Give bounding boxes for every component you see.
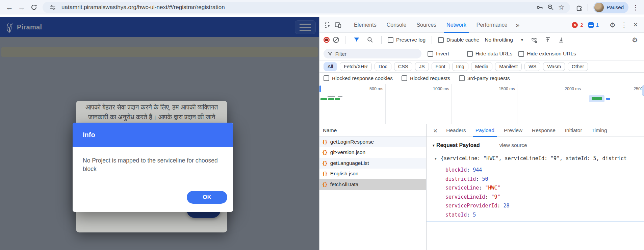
request-name: getLanguageList [330, 160, 369, 166]
tune-icon[interactable] [47, 2, 58, 13]
tab-payload[interactable]: Payload [471, 124, 499, 137]
throttling-select[interactable]: No throttling ▼ [483, 37, 525, 43]
chip-media[interactable]: Media [471, 62, 493, 71]
inspect-element-icon[interactable] [323, 20, 333, 30]
hide-data-urls-control[interactable]: Hide data URLs [467, 51, 512, 57]
chip-all[interactable]: All [324, 62, 337, 71]
chip-ws[interactable]: WS [524, 62, 540, 71]
payload-bottom-separator [427, 221, 644, 222]
import-har-icon[interactable] [543, 35, 553, 45]
ok-button[interactable]: OK [187, 191, 227, 204]
close-detail-icon[interactable]: × [433, 127, 437, 134]
chip-js[interactable]: JS [415, 62, 429, 71]
tab-headers[interactable]: Headers [441, 124, 471, 137]
tab-sources[interactable]: Sources [411, 17, 441, 33]
issues-badge-icon[interactable] [588, 22, 594, 28]
collapse-triangle-icon[interactable]: ▼ [434, 157, 437, 160]
request-row[interactable]: {} git-version.json [319, 147, 426, 158]
hide-extension-urls-control[interactable]: Hide extension URLs [518, 51, 576, 57]
filter-input[interactable] [335, 51, 417, 57]
device-toolbar-icon[interactable] [333, 20, 343, 30]
hide-extension-urls-checkbox[interactable] [518, 51, 524, 57]
request-row[interactable]: {} getLoginResponse [319, 136, 426, 147]
preserve-log-checkbox[interactable] [388, 37, 393, 43]
property-key: blockId [445, 167, 467, 173]
tab-timing[interactable]: Timing [587, 124, 612, 137]
more-tabs-icon[interactable]: » [512, 21, 523, 29]
tab-preview[interactable]: Preview [499, 124, 527, 137]
tab-response[interactable]: Response [527, 124, 560, 137]
chip-manifest[interactable]: Manifest [495, 62, 522, 71]
bookmark-star-icon[interactable]: ☆ [556, 2, 567, 13]
timeline-label-500: 500 ms [319, 86, 383, 91]
url-bar[interactable]: uatamrit.piramalswasthya.org/hwc-ui-next… [43, 2, 570, 13]
zoom-out-icon[interactable] [545, 2, 556, 13]
devtools-menu-icon[interactable]: ⋮ [619, 20, 629, 30]
disable-cache-control[interactable]: Disable cache [438, 37, 479, 43]
chip-other[interactable]: Other [568, 62, 588, 71]
filter-funnel-icon[interactable] [352, 35, 362, 45]
record-icon[interactable] [324, 37, 330, 43]
request-row[interactable]: {} English.json [319, 169, 426, 179]
blocked-requests-control[interactable]: Blocked requests [402, 75, 450, 81]
blocked-response-cookies-checkbox[interactable] [324, 75, 329, 81]
tab-network[interactable]: Network [441, 17, 471, 33]
blocked-requests-checkbox[interactable] [402, 75, 407, 81]
timeline-right-handle[interactable] [642, 85, 644, 96]
back-icon[interactable]: ← [3, 1, 16, 14]
toolbar-bottom-strip [0, 15, 644, 17]
chip-img[interactable]: Img [452, 62, 468, 71]
request-list-header[interactable]: Name [319, 124, 426, 136]
timeline-left-handle[interactable] [319, 85, 321, 92]
network-settings-icon[interactable]: ⚙ [630, 35, 640, 45]
tab-console[interactable]: Console [382, 17, 412, 33]
property-key: serviceProviderId [445, 203, 497, 209]
request-row[interactable]: {} getLanguageList [319, 158, 426, 169]
forward-icon[interactable]: → [16, 1, 28, 14]
preserve-log-control[interactable]: Preserve log [388, 37, 426, 43]
timeline-label-2000: 2000 ms [517, 86, 581, 91]
chip-font[interactable]: Font [432, 62, 449, 71]
request-detail-pane: × Headers Payload Preview Response Initi… [427, 124, 644, 250]
browser-toolbar: ← → uatamrit.piramalswasthya.org/hwc-ui-… [0, 0, 644, 15]
network-conditions-icon[interactable] [529, 35, 539, 45]
error-badge-icon[interactable]: × [572, 22, 578, 28]
brand-logo[interactable]: Piramal [5, 21, 42, 33]
devtools-close-icon[interactable]: × [630, 20, 641, 30]
password-key-icon[interactable] [534, 2, 545, 13]
disable-cache-checkbox[interactable] [438, 37, 444, 43]
search-icon[interactable] [365, 35, 375, 45]
third-party-requests-control[interactable]: 3rd-party requests [459, 75, 510, 81]
detail-tabbar: × Headers Payload Preview Response Initi… [427, 124, 644, 137]
invert-control[interactable]: Invert [428, 51, 449, 57]
devtools-settings-icon[interactable]: ⚙ [608, 20, 618, 30]
hamburger-menu-button[interactable] [295, 20, 316, 34]
hide-extension-urls-label: Hide extension URLs [527, 51, 576, 57]
payload-view: ▼ Request Payload view source ▼ {service… [427, 137, 644, 222]
third-party-requests-checkbox[interactable] [459, 75, 465, 81]
tab-elements[interactable]: Elements [349, 17, 382, 33]
filter-input-wrap[interactable] [324, 49, 421, 58]
chip-fetch-xhr[interactable]: Fetch/XHR [340, 62, 372, 71]
chip-wasm[interactable]: Wasm [543, 62, 565, 71]
browser-menu-icon[interactable]: ⋮ [630, 3, 641, 11]
tab-performance[interactable]: Performance [471, 17, 513, 33]
collapse-triangle-icon[interactable]: ▼ [432, 144, 435, 147]
view-source-link[interactable]: view source [499, 142, 527, 148]
chip-doc[interactable]: Doc [375, 62, 391, 71]
tab-initiator[interactable]: Initiator [560, 124, 587, 137]
extensions-puzzle-icon[interactable] [574, 2, 584, 12]
timeline-label-1500: 1500 ms [451, 86, 515, 91]
invert-checkbox[interactable] [428, 51, 433, 57]
clear-icon[interactable] [333, 37, 339, 43]
profile-chip[interactable]: Paused [593, 2, 628, 13]
hide-data-urls-checkbox[interactable] [467, 51, 473, 57]
blocked-response-cookies-control[interactable]: Blocked response cookies [324, 75, 393, 81]
request-row-selected[interactable]: {} fetchAllData [319, 179, 426, 190]
request-name: git-version.json [330, 149, 365, 155]
network-overview-timeline[interactable]: 500 ms 1000 ms 1500 ms 2000 ms 2500 [319, 84, 644, 124]
payload-preview-line: {serviceLine: "HWC", serviceLineId: "9",… [441, 155, 627, 161]
reload-icon[interactable] [28, 1, 40, 14]
chip-css[interactable]: CSS [394, 62, 412, 71]
export-har-icon[interactable] [556, 35, 566, 45]
